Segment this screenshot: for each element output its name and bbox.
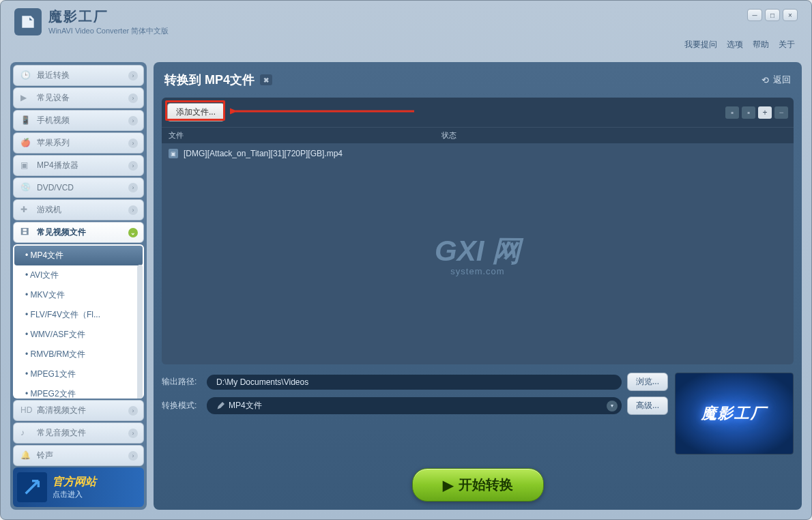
link-feedback[interactable]: 我要提问 [684,39,717,50]
toolbar-remove-button[interactable]: − [774,106,788,119]
music-icon: ♪ [20,428,31,439]
minimize-button[interactable]: ─ [747,9,762,21]
chevron-down-icon: ⌄ [128,228,138,237]
cat-apple[interactable]: 🍎苹果系列› [13,132,144,154]
sidebar: 🕒最近转换› ▶常见设备› 📱手机视频› 🍎苹果系列› ▣MP4播放器› 💿DV… [10,62,147,510]
cat-audio[interactable]: ♪常见音频文件› [13,422,144,444]
cat-video-hd[interactable]: HD高清视频文件› [13,400,144,421]
chevron-right-icon: › [128,93,138,103]
play-icon: ▶ [443,477,453,493]
video-file-icon: ▣ [169,149,178,158]
start-area: ▶ 开始转换 [162,454,794,504]
sub-avi[interactable]: AVI文件 [14,265,143,285]
sub-flv[interactable]: FLV/F4V文件（Fl... [14,305,143,325]
cat-recent[interactable]: 🕒最近转换› [13,65,144,86]
settings-icon[interactable]: ✖ [260,74,272,85]
chevron-right-icon: › [128,429,138,438]
sub-wmv[interactable]: WMV/ASF文件 [14,325,143,345]
annotation-arrow [230,107,421,121]
app-subtitle: WinAVI Video Converter 简体中文版 [48,26,169,36]
sub-mpeg1[interactable]: MPEG1文件 [14,364,143,384]
sub-mkv[interactable]: MKV文件 [14,285,143,305]
cat-console[interactable]: ✚游戏机› [13,199,144,220]
toolbar-btn-1[interactable]: ▪ [725,106,739,119]
chevron-right-icon: › [128,183,138,192]
sub-mpeg2[interactable]: MPEG2文件 [14,384,143,399]
sub-rmvb[interactable]: RMVB/RM文件 [14,345,143,364]
chevron-right-icon: › [128,451,138,461]
link-options[interactable]: 选项 [727,39,743,50]
cat-mobile[interactable]: 📱手机视频› [13,110,144,131]
titlebar: 魔影工厂 WinAVI Video Converter 简体中文版 ─ □ × … [1,1,811,55]
link-about[interactable]: 关于 [779,39,795,50]
output-path-label: 输出路径: [162,376,201,388]
file-row[interactable]: ▣ [DMG][Attack_on_Titan][31][720P][GB].m… [166,147,789,160]
start-convert-button[interactable]: ▶ 开始转换 [412,468,544,502]
cat-video-common[interactable]: 🎞常见视频文件⌄ [13,222,144,243]
toolbar-add-button[interactable]: + [758,106,772,119]
sub-scrollbar[interactable] [137,265,143,399]
back-button[interactable]: ⟲ 返回 [762,74,791,86]
sub-format-list: MP4文件 AVI文件 MKV文件 FLV/F4V文件（Fl... WMV/AS… [13,244,144,399]
cat-ringtone[interactable]: 🔔铃声› [13,445,144,466]
app-logo-icon [14,8,42,35]
promo-arrow-icon [17,472,47,502]
clock-icon: 🕒 [20,70,31,81]
chevron-right-icon: › [128,71,138,81]
browse-button[interactable]: 浏览... [627,373,668,391]
options-area: 输出路径: D:\My Documents\Videos 浏览... 转换模式:… [162,373,794,454]
player-icon: ▣ [20,160,31,171]
main-panel: 转换到 MP4文件 ✖ ⟲ 返回 添加文件... ▪ ▪ + − [154,62,802,510]
bell-icon: 🔔 [20,450,31,461]
mode-dropdown[interactable]: MP4文件 ▾ [207,397,622,414]
pencil-icon [216,402,224,410]
top-links: 我要提问 选项 帮助 关于 [684,39,795,50]
promo-banner[interactable]: 官方网站 点击进入 [13,467,144,507]
file-list: ▣ [DMG][Attack_on_Titan][31][720P][GB].m… [162,143,794,364]
close-button[interactable]: × [783,9,798,21]
advanced-button[interactable]: 高级... [627,396,668,415]
mode-label: 转换模式: [162,400,201,411]
window-controls: ─ □ × [747,9,798,21]
watermark: GXI 网 system.com [435,232,521,276]
page-title: 转换到 MP4文件 ✖ [164,72,272,88]
chevron-right-icon: › [128,116,138,126]
page-header: 转换到 MP4文件 ✖ ⟲ 返回 [162,68,794,92]
add-files-button[interactable]: 添加文件... [167,103,224,121]
col-file: 文件 [169,130,441,141]
link-help[interactable]: 帮助 [753,39,769,50]
col-status: 状态 [441,130,456,141]
cat-mp4player[interactable]: ▣MP4播放器› [13,155,144,176]
promo-subtitle: 点击进入 [53,489,96,500]
hd-icon: HD [20,405,31,416]
return-icon: ⟲ [762,75,769,85]
promo-title: 官方网站 [53,475,96,489]
logo-area: 魔影工厂 WinAVI Video Converter 简体中文版 [14,8,169,36]
gamepad-icon: ✚ [20,205,31,216]
app-title: 魔影工厂 [48,8,169,26]
device-icon: ▶ [20,93,31,104]
file-list-header: 文件 状态 [162,127,794,143]
file-toolbar: 添加文件... ▪ ▪ + − [162,98,794,127]
chevron-down-icon: ▾ [607,401,618,411]
chevron-right-icon: › [128,205,138,215]
content-area: 🕒最近转换› ▶常见设备› 📱手机视频› 🍎苹果系列› ▣MP4播放器› 💿DV… [10,62,802,510]
toolbar-btn-2[interactable]: ▪ [742,106,755,119]
disc-icon: 💿 [20,182,31,193]
cat-devices[interactable]: ▶常见设备› [13,87,144,109]
cat-dvd[interactable]: 💿DVD/VCD› [13,177,144,198]
chevron-right-icon: › [128,406,138,416]
sub-mp4[interactable]: MP4文件 [14,246,143,265]
app-window: 魔影工厂 WinAVI Video Converter 简体中文版 ─ □ × … [0,0,812,520]
file-name: [DMG][Attack_on_Titan][31][720P][GB].mp4 [184,149,343,158]
phone-icon: 📱 [20,115,31,126]
chevron-right-icon: › [128,139,138,148]
preview-panel: 魔影工厂 [675,373,794,454]
maximize-button[interactable]: □ [765,9,780,21]
output-path-field[interactable]: D:\My Documents\Videos [207,375,622,390]
film-icon: 🎞 [20,227,31,238]
chevron-right-icon: › [128,161,138,171]
apple-icon: 🍎 [20,138,31,149]
